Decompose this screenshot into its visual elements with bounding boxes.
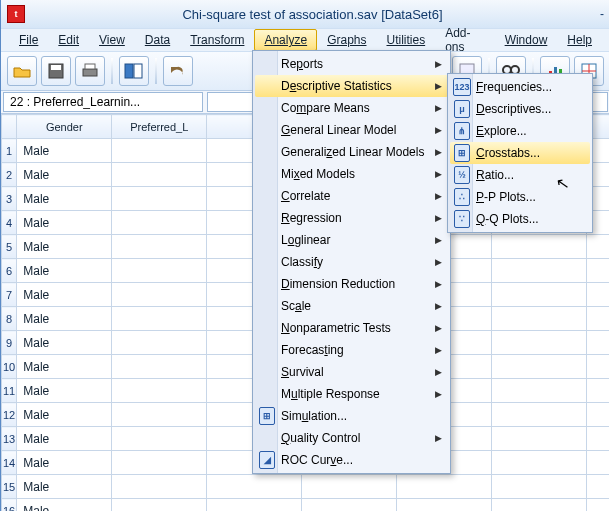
- menu-generalized-linear-models[interactable]: Generalized Linear Models▶: [255, 141, 448, 163]
- submenu-pp-plots[interactable]: ∴P-P Plots...: [450, 186, 590, 208]
- grid-cell[interactable]: [492, 451, 587, 475]
- grid-cell[interactable]: [587, 331, 609, 355]
- grid-cell[interactable]: [207, 499, 302, 512]
- grid-cell[interactable]: Male: [17, 499, 112, 512]
- column-header[interactable]: Preferred_L: [112, 115, 207, 139]
- grid-cell[interactable]: [492, 499, 587, 512]
- grid-cell[interactable]: [112, 139, 207, 163]
- grid-cell[interactable]: [587, 307, 609, 331]
- submenu-explore[interactable]: ⋔Explore...: [450, 120, 590, 142]
- grid-cell[interactable]: Male: [17, 211, 112, 235]
- grid-cell[interactable]: Male: [17, 403, 112, 427]
- row-header[interactable]: 11: [2, 379, 17, 403]
- grid-cell[interactable]: [587, 379, 609, 403]
- submenu-frequencies[interactable]: 123Frequencies...: [450, 76, 590, 98]
- grid-cell[interactable]: Male: [17, 187, 112, 211]
- row-header[interactable]: 2: [2, 163, 17, 187]
- grid-cell[interactable]: [112, 475, 207, 499]
- grid-cell[interactable]: [587, 499, 609, 512]
- tool-recall[interactable]: [119, 56, 149, 86]
- grid-cell[interactable]: [112, 379, 207, 403]
- menu-data[interactable]: Data: [135, 29, 180, 51]
- grid-cell[interactable]: [112, 451, 207, 475]
- row-header[interactable]: 16: [2, 499, 17, 512]
- grid-cell[interactable]: [492, 283, 587, 307]
- row-header[interactable]: 1: [2, 139, 17, 163]
- row-header[interactable]: 12: [2, 403, 17, 427]
- row-header[interactable]: 15: [2, 475, 17, 499]
- menu-forecasting[interactable]: Forecasting▶: [255, 339, 448, 361]
- menu-general-linear-model[interactable]: General Linear Model▶: [255, 119, 448, 141]
- grid-cell[interactable]: Male: [17, 475, 112, 499]
- grid-cell[interactable]: Male: [17, 283, 112, 307]
- tool-undo[interactable]: [163, 56, 193, 86]
- menu-loglinear[interactable]: Loglinear▶: [255, 229, 448, 251]
- grid-corner[interactable]: [2, 115, 17, 139]
- grid-cell[interactable]: [587, 259, 609, 283]
- submenu-crosstabs[interactable]: ⊞Crosstabs...: [450, 142, 590, 164]
- menu-transform[interactable]: Transform: [180, 29, 254, 51]
- menu-nonparametric[interactable]: Nonparametric Tests▶: [255, 317, 448, 339]
- menu-dimension-reduction[interactable]: Dimension Reduction▶: [255, 273, 448, 295]
- menu-help[interactable]: Help: [557, 29, 602, 51]
- grid-cell[interactable]: [492, 307, 587, 331]
- row-header[interactable]: 10: [2, 355, 17, 379]
- menu-window[interactable]: Window: [495, 29, 558, 51]
- row-header[interactable]: 3: [2, 187, 17, 211]
- grid-cell[interactable]: [587, 283, 609, 307]
- row-header[interactable]: 7: [2, 283, 17, 307]
- menu-compare-means[interactable]: Compare Means▶: [255, 97, 448, 119]
- grid-cell[interactable]: [112, 307, 207, 331]
- grid-cell[interactable]: Male: [17, 235, 112, 259]
- grid-cell[interactable]: Male: [17, 379, 112, 403]
- menu-reports[interactable]: Reports▶: [255, 53, 448, 75]
- menu-utilities[interactable]: Utilities: [376, 29, 435, 51]
- grid-cell[interactable]: [302, 499, 397, 512]
- menu-edit[interactable]: Edit: [48, 29, 89, 51]
- grid-cell[interactable]: Male: [17, 307, 112, 331]
- grid-cell[interactable]: [112, 355, 207, 379]
- submenu-ratio[interactable]: ½Ratio...: [450, 164, 590, 186]
- grid-cell[interactable]: Male: [17, 331, 112, 355]
- row-header[interactable]: 14: [2, 451, 17, 475]
- submenu-descriptives[interactable]: μDescriptives...: [450, 98, 590, 120]
- grid-cell[interactable]: Male: [17, 139, 112, 163]
- menu-quality-control[interactable]: Quality Control▶: [255, 427, 448, 449]
- cell-name-box[interactable]: 22 : Preferred_Learnin...: [3, 92, 203, 112]
- menu-roc-curve[interactable]: ◢ROC Curve...: [255, 449, 448, 471]
- row-header[interactable]: 13: [2, 427, 17, 451]
- menu-survival[interactable]: Survival▶: [255, 361, 448, 383]
- grid-cell[interactable]: [492, 379, 587, 403]
- menu-simulation[interactable]: ⊞Simulation...: [255, 405, 448, 427]
- column-header[interactable]: Gender: [17, 115, 112, 139]
- menu-mixed-models[interactable]: Mixed Models▶: [255, 163, 448, 185]
- grid-cell[interactable]: [112, 403, 207, 427]
- grid-cell[interactable]: [112, 235, 207, 259]
- grid-cell[interactable]: [492, 427, 587, 451]
- grid-cell[interactable]: [397, 475, 492, 499]
- menu-scale[interactable]: Scale▶: [255, 295, 448, 317]
- menu-correlate[interactable]: Correlate▶: [255, 185, 448, 207]
- grid-cell[interactable]: [587, 403, 609, 427]
- submenu-qq-plots[interactable]: ∵Q-Q Plots...: [450, 208, 590, 230]
- grid-cell[interactable]: [587, 235, 609, 259]
- grid-cell[interactable]: [397, 499, 492, 512]
- row-header[interactable]: 9: [2, 331, 17, 355]
- grid-cell[interactable]: [492, 403, 587, 427]
- row-header[interactable]: 4: [2, 211, 17, 235]
- grid-cell[interactable]: [112, 427, 207, 451]
- row-header[interactable]: 5: [2, 235, 17, 259]
- grid-cell[interactable]: Male: [17, 355, 112, 379]
- grid-cell[interactable]: Male: [17, 451, 112, 475]
- menu-descriptive-stats[interactable]: Descriptive Statistics▶: [255, 75, 448, 97]
- grid-cell[interactable]: [112, 331, 207, 355]
- menu-classify[interactable]: Classify▶: [255, 251, 448, 273]
- grid-cell[interactable]: [492, 475, 587, 499]
- grid-cell[interactable]: Male: [17, 259, 112, 283]
- grid-cell[interactable]: [112, 163, 207, 187]
- grid-cell[interactable]: [302, 475, 397, 499]
- grid-cell[interactable]: [587, 451, 609, 475]
- grid-cell[interactable]: [112, 259, 207, 283]
- menu-multiple-response[interactable]: Multiple Response▶: [255, 383, 448, 405]
- grid-cell[interactable]: [112, 499, 207, 512]
